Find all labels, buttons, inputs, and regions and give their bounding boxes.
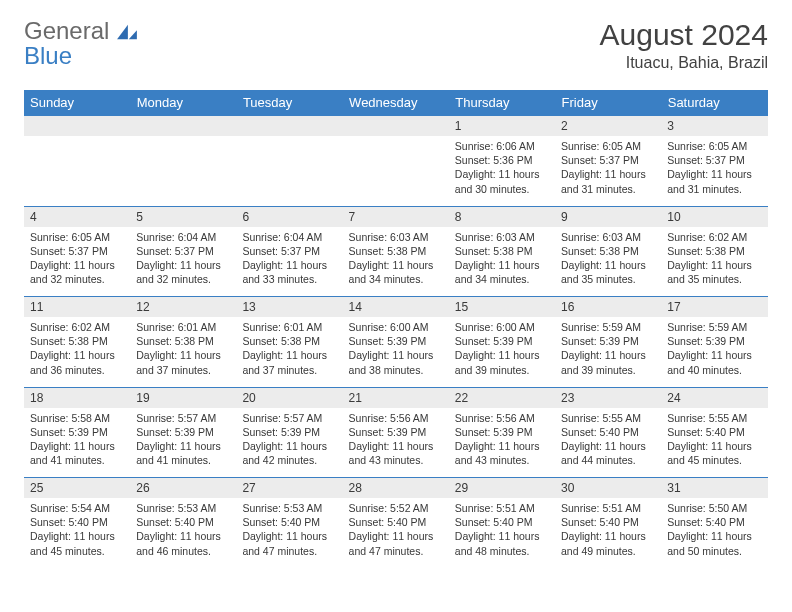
day-number-cell: 10 [661, 206, 767, 227]
sunrise-line: Sunrise: 6:03 AM [561, 230, 655, 244]
day-detail-row: Sunrise: 5:54 AMSunset: 5:40 PMDaylight:… [24, 498, 768, 568]
daylight-line: Daylight: 11 hours and 38 minutes. [349, 348, 443, 376]
sunset-line: Sunset: 5:36 PM [455, 153, 549, 167]
sunrise-line: Sunrise: 5:59 AM [667, 320, 761, 334]
daylight-line: Daylight: 11 hours and 41 minutes. [136, 439, 230, 467]
sunset-line: Sunset: 5:38 PM [455, 244, 549, 258]
daylight-line: Daylight: 11 hours and 35 minutes. [667, 258, 761, 286]
sunset-line: Sunset: 5:37 PM [242, 244, 336, 258]
sunrise-line: Sunrise: 6:05 AM [30, 230, 124, 244]
sunset-line: Sunset: 5:39 PM [136, 425, 230, 439]
day-number-cell: 30 [555, 478, 661, 499]
day-number-cell: 5 [130, 206, 236, 227]
sunrise-line: Sunrise: 5:57 AM [242, 411, 336, 425]
day-detail-cell: Sunrise: 6:02 AMSunset: 5:38 PMDaylight:… [24, 317, 130, 387]
daylight-line: Daylight: 11 hours and 43 minutes. [349, 439, 443, 467]
day-number-row: 11121314151617 [24, 297, 768, 318]
sunset-line: Sunset: 5:40 PM [561, 425, 655, 439]
daylight-line: Daylight: 11 hours and 36 minutes. [30, 348, 124, 376]
sunset-line: Sunset: 5:40 PM [30, 515, 124, 529]
day-number-cell: 13 [236, 297, 342, 318]
day-number-cell: 29 [449, 478, 555, 499]
sunrise-line: Sunrise: 5:56 AM [455, 411, 549, 425]
daylight-line: Daylight: 11 hours and 46 minutes. [136, 529, 230, 557]
day-detail-cell [343, 136, 449, 206]
day-detail-cell: Sunrise: 6:05 AMSunset: 5:37 PMDaylight:… [555, 136, 661, 206]
sunrise-line: Sunrise: 6:02 AM [667, 230, 761, 244]
daylight-line: Daylight: 11 hours and 30 minutes. [455, 167, 549, 195]
day-detail-cell: Sunrise: 6:06 AMSunset: 5:36 PMDaylight:… [449, 136, 555, 206]
day-detail-cell: Sunrise: 6:03 AMSunset: 5:38 PMDaylight:… [343, 227, 449, 297]
day-detail-cell: Sunrise: 5:53 AMSunset: 5:40 PMDaylight:… [130, 498, 236, 568]
day-number-cell: 28 [343, 478, 449, 499]
weekday-header-row: SundayMondayTuesdayWednesdayThursdayFrid… [24, 90, 768, 116]
day-detail-cell: Sunrise: 5:52 AMSunset: 5:40 PMDaylight:… [343, 498, 449, 568]
daylight-line: Daylight: 11 hours and 39 minutes. [455, 348, 549, 376]
sunset-line: Sunset: 5:37 PM [667, 153, 761, 167]
sunset-line: Sunset: 5:40 PM [667, 425, 761, 439]
day-detail-cell: Sunrise: 5:57 AMSunset: 5:39 PMDaylight:… [130, 408, 236, 478]
sunset-line: Sunset: 5:38 PM [349, 244, 443, 258]
day-number-cell: 22 [449, 387, 555, 408]
day-number-cell: 20 [236, 387, 342, 408]
sunrise-line: Sunrise: 6:03 AM [349, 230, 443, 244]
day-number-cell: 16 [555, 297, 661, 318]
day-number-cell: 2 [555, 116, 661, 137]
page-title: August 2024 [600, 18, 768, 52]
calendar-body: 123Sunrise: 6:06 AMSunset: 5:36 PMDaylig… [24, 116, 768, 569]
day-detail-cell: Sunrise: 5:57 AMSunset: 5:39 PMDaylight:… [236, 408, 342, 478]
sunrise-line: Sunrise: 5:54 AM [30, 501, 124, 515]
sunrise-line: Sunrise: 5:50 AM [667, 501, 761, 515]
day-number-cell [343, 116, 449, 137]
weekday-header: Thursday [449, 90, 555, 116]
day-detail-cell: Sunrise: 6:04 AMSunset: 5:37 PMDaylight:… [130, 227, 236, 297]
daylight-line: Daylight: 11 hours and 31 minutes. [667, 167, 761, 195]
day-number-cell: 18 [24, 387, 130, 408]
day-detail-cell: Sunrise: 5:59 AMSunset: 5:39 PMDaylight:… [555, 317, 661, 387]
day-detail-cell [236, 136, 342, 206]
day-detail-cell: Sunrise: 5:56 AMSunset: 5:39 PMDaylight:… [343, 408, 449, 478]
daylight-line: Daylight: 11 hours and 41 minutes. [30, 439, 124, 467]
day-detail-cell: Sunrise: 6:02 AMSunset: 5:38 PMDaylight:… [661, 227, 767, 297]
weekday-header: Friday [555, 90, 661, 116]
day-number-cell: 21 [343, 387, 449, 408]
sunrise-line: Sunrise: 6:04 AM [242, 230, 336, 244]
logo-text-general: General [24, 17, 109, 44]
day-number-cell [130, 116, 236, 137]
day-number-cell: 6 [236, 206, 342, 227]
weekday-header: Tuesday [236, 90, 342, 116]
daylight-line: Daylight: 11 hours and 42 minutes. [242, 439, 336, 467]
sunset-line: Sunset: 5:39 PM [561, 334, 655, 348]
sunset-line: Sunset: 5:38 PM [242, 334, 336, 348]
sunset-line: Sunset: 5:40 PM [349, 515, 443, 529]
sunrise-line: Sunrise: 6:00 AM [455, 320, 549, 334]
logo: GeneralBlue [24, 18, 138, 68]
sunset-line: Sunset: 5:40 PM [136, 515, 230, 529]
day-number-cell [24, 116, 130, 137]
day-number-cell: 27 [236, 478, 342, 499]
day-detail-row: Sunrise: 5:58 AMSunset: 5:39 PMDaylight:… [24, 408, 768, 478]
day-number-row: 18192021222324 [24, 387, 768, 408]
daylight-line: Daylight: 11 hours and 31 minutes. [561, 167, 655, 195]
sunrise-line: Sunrise: 6:02 AM [30, 320, 124, 334]
day-number-cell: 3 [661, 116, 767, 137]
daylight-line: Daylight: 11 hours and 32 minutes. [136, 258, 230, 286]
daylight-line: Daylight: 11 hours and 39 minutes. [561, 348, 655, 376]
day-number-cell: 25 [24, 478, 130, 499]
sunset-line: Sunset: 5:39 PM [349, 334, 443, 348]
day-detail-cell: Sunrise: 5:59 AMSunset: 5:39 PMDaylight:… [661, 317, 767, 387]
sunrise-line: Sunrise: 5:58 AM [30, 411, 124, 425]
sunrise-line: Sunrise: 5:55 AM [667, 411, 761, 425]
day-number-cell: 12 [130, 297, 236, 318]
sunrise-line: Sunrise: 5:55 AM [561, 411, 655, 425]
sunset-line: Sunset: 5:38 PM [667, 244, 761, 258]
sunset-line: Sunset: 5:39 PM [455, 425, 549, 439]
sunrise-line: Sunrise: 5:52 AM [349, 501, 443, 515]
sunset-line: Sunset: 5:37 PM [30, 244, 124, 258]
logo-text-blue: Blue [24, 42, 72, 69]
day-number-cell: 11 [24, 297, 130, 318]
sunset-line: Sunset: 5:39 PM [667, 334, 761, 348]
day-detail-cell: Sunrise: 6:05 AMSunset: 5:37 PMDaylight:… [661, 136, 767, 206]
sunset-line: Sunset: 5:38 PM [136, 334, 230, 348]
daylight-line: Daylight: 11 hours and 45 minutes. [30, 529, 124, 557]
